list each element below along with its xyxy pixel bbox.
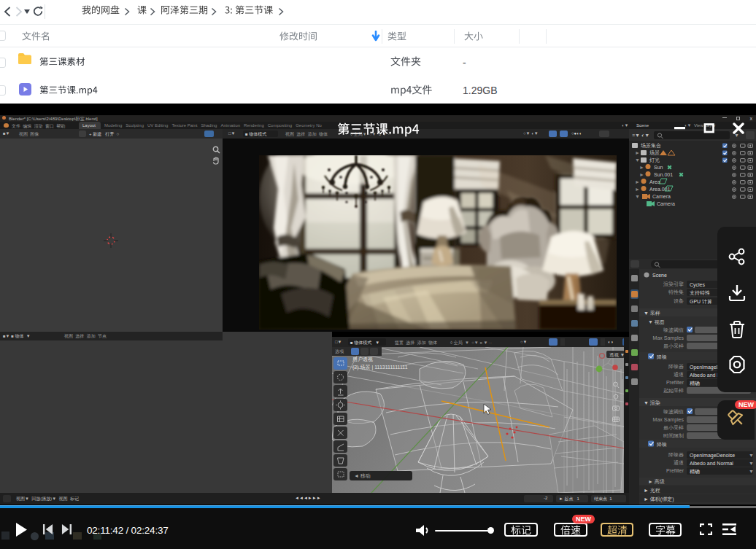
svg-text:精确: 精确 [690,381,700,386]
svg-text:►: ► [639,172,644,177]
svg-text:场景集合: 场景集合 [640,143,661,149]
svg-text:► 高级: ► 高级 [648,479,665,484]
svg-text:► 体积(绑定): ► 体积(绑定) [644,497,674,502]
svg-text:降噪器: 降噪器 [668,364,684,370]
svg-text:最小采样: 最小采样 [663,343,684,349]
svg-text:◄ 移动: ◄ 移动 [354,473,371,479]
svg-text:▼: ▼ [749,469,754,474]
svg-text:最小采样: 最小采样 [663,425,684,430]
svg-text:▼: ▼ [635,157,640,163]
svg-text:噪波阈值: 噪波阈值 [663,409,684,415]
svg-text:特性集: 特性集 [668,289,684,295]
svg-text:透视 ▼: 透视 ▼ [609,352,625,358]
svg-text:Max Samples: Max Samples [653,335,684,341]
svg-text:▼: ▼ [749,461,754,466]
svg-text:►: ► [635,187,640,192]
svg-text:▼: ▼ [635,194,640,199]
svg-text:► 光程: ► 光程 [644,488,660,494]
svg-text:支持特性: 支持特性 [690,290,710,296]
svg-text:降噪: 降噪 [657,354,667,359]
svg-text:(2) 场景 | 1113111111111: (2) 场景 | 1113111111111 [352,365,408,370]
svg-text:Prefilter: Prefilter [666,380,684,385]
svg-text:通道: 通道 [674,459,684,465]
svg-text:≡▼ ◐▼: ≡▼ ◐▼ [632,133,649,138]
svg-text:Camera: Camera [652,194,671,199]
svg-text:噪波阈值: 噪波阈值 [663,327,684,333]
svg-text:Prefilter: Prefilter [666,468,684,473]
svg-text:精确: 精确 [690,469,700,475]
svg-text:►: ► [639,165,644,170]
svg-text:渲染引擎: 渲染引擎 [663,281,684,287]
svg-text:Camera: Camera [657,201,675,206]
svg-text:Scene: Scene [652,273,667,278]
svg-text:时间限制: 时间限制 [663,433,684,439]
svg-text:起始采样: 起始采样 [663,388,684,394]
svg-text:▼ 视图: ▼ 视图 [648,319,665,325]
svg-text:GPU 计算: GPU 计算 [690,299,712,304]
svg-text:►: ► [635,179,640,184]
svg-text:降噪器: 降噪器 [668,452,684,458]
svg-text:▼ 渲染: ▼ 渲染 [644,400,660,406]
svg-text:►: ► [635,150,640,155]
svg-text:▼ 采样: ▼ 采样 [644,311,660,316]
svg-text:Cycles: Cycles [690,282,706,288]
svg-text:▼: ▼ [749,453,754,458]
svg-text:灯光: 灯光 [649,157,660,163]
svg-text:降噪: 降噪 [657,442,667,447]
svg-text:Max Samples: Max Samples [653,417,684,423]
svg-text:Albedo and Normal: Albedo and Normal [690,461,733,466]
svg-text:设备: 设备 [674,298,684,304]
svg-text:场景: 场景 [649,150,660,156]
svg-text:通道: 通道 [674,371,684,377]
svg-text:Sun: Sun [654,165,663,170]
svg-text:OpenImageDenoise: OpenImageDenoise [690,453,735,459]
svg-text:用户透视: 用户透视 [352,357,373,362]
svg-text:Sun.001: Sun.001 [654,172,673,177]
